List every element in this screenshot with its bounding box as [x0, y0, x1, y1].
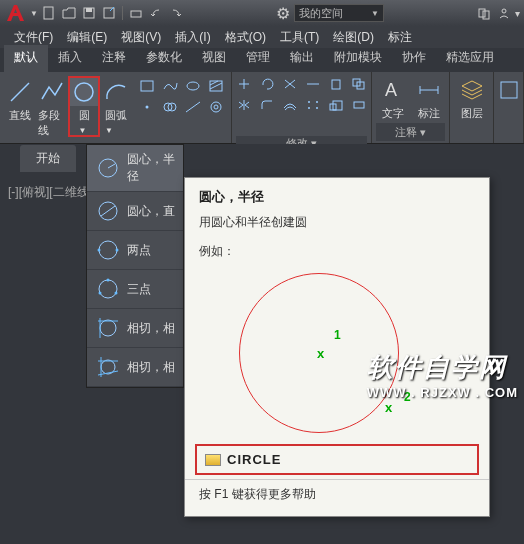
titlebar-right: ▾ [475, 4, 520, 22]
tooltip-example: 例如： [185, 235, 489, 264]
svg-line-18 [186, 102, 200, 112]
svg-rect-10 [141, 81, 153, 91]
plot-icon[interactable] [127, 4, 145, 22]
gear-icon[interactable]: ⚙ [276, 4, 290, 23]
app-logo[interactable] [4, 2, 28, 24]
svg-rect-3 [104, 8, 114, 18]
text-icon: A [379, 76, 407, 104]
layer-button[interactable]: 图层 [456, 74, 488, 123]
ttr-icon [95, 315, 121, 341]
donut-icon[interactable] [205, 97, 227, 117]
viewport-label[interactable]: [-][俯视][二维线 [8, 184, 89, 201]
svg-point-42 [98, 249, 101, 252]
tooltip-diagram: 1 x 2 x [199, 268, 475, 438]
svg-line-8 [11, 83, 29, 101]
svg-point-28 [316, 107, 318, 109]
svg-point-20 [214, 105, 218, 109]
props-button[interactable] [496, 74, 522, 106]
three-point-icon [95, 276, 121, 302]
hatch-icon[interactable] [205, 76, 227, 96]
ellipse-icon[interactable] [182, 76, 204, 96]
tab-addons[interactable]: 附加模块 [324, 45, 392, 72]
tab-insert[interactable]: 插入 [48, 45, 92, 72]
extend-icon[interactable] [302, 74, 324, 94]
copy-icon[interactable] [348, 74, 370, 94]
move-icon[interactable] [233, 74, 255, 94]
svg-line-13 [210, 81, 218, 85]
redo-icon[interactable] [167, 4, 185, 22]
workspace-dropdown[interactable]: 我的空间 ▼ [294, 4, 384, 22]
line-button[interactable]: 直线 [4, 76, 36, 125]
arc-icon [102, 78, 130, 106]
tab-view[interactable]: 视图 [192, 45, 236, 72]
diagram-point-1-x: x [317, 346, 324, 361]
line-icon [6, 78, 34, 106]
svg-point-11 [187, 82, 199, 90]
undo-icon[interactable] [147, 4, 165, 22]
tab-default[interactable]: 默认 [4, 45, 48, 72]
open-icon[interactable] [60, 4, 78, 22]
tab-featured[interactable]: 精选应用 [436, 45, 504, 72]
svg-line-40 [101, 206, 115, 216]
offset-icon[interactable] [279, 95, 301, 115]
two-point-icon [95, 237, 121, 263]
tab-parametric[interactable]: 参数化 [136, 45, 192, 72]
xline-icon[interactable] [182, 97, 204, 117]
svg-rect-31 [354, 102, 364, 108]
dd-3point[interactable]: 三点 [87, 270, 183, 309]
center-diameter-icon [95, 198, 121, 224]
dropdown-icon[interactable]: ▼ [30, 9, 38, 18]
svg-point-15 [146, 106, 149, 109]
dd-center-radius[interactable]: 圆心，半径 [87, 145, 183, 192]
saveas-icon[interactable] [100, 4, 118, 22]
mirror-icon[interactable] [233, 95, 255, 115]
array-icon[interactable] [302, 95, 324, 115]
tab-annotate[interactable]: 注释 [92, 45, 136, 72]
panel-title-annotate[interactable]: 注释 ▾ [395, 125, 426, 140]
tooltip-title: 圆心，半径 [185, 178, 489, 210]
svg-rect-2 [86, 8, 92, 12]
signin-icon[interactable] [495, 4, 513, 22]
rect-icon[interactable] [136, 76, 158, 96]
dd-2point[interactable]: 两点 [87, 231, 183, 270]
tab-manage[interactable]: 管理 [236, 45, 280, 72]
circle-icon [70, 78, 98, 106]
svg-point-44 [99, 280, 117, 298]
arc-button[interactable]: 圆弧▼ [100, 76, 132, 137]
svg-point-45 [107, 279, 110, 282]
ttt-icon [95, 354, 121, 380]
scale-icon[interactable] [325, 95, 347, 115]
dd-ttt[interactable]: 相切，相 [87, 348, 183, 387]
dd-center-diameter[interactable]: 圆心，直 [87, 192, 183, 231]
svg-point-46 [99, 292, 102, 295]
region-icon[interactable] [159, 97, 181, 117]
point-icon[interactable] [136, 97, 158, 117]
file-tab-start[interactable]: 开始 [20, 145, 76, 172]
dim-icon [415, 76, 443, 104]
titlebar-center: ⚙ 我的空间 ▼ [187, 4, 473, 23]
erase-icon[interactable] [325, 74, 347, 94]
rotate-icon[interactable] [256, 74, 278, 94]
layer-icon [458, 76, 486, 104]
dd-ttr[interactable]: 相切，相 [87, 309, 183, 348]
svg-rect-36 [501, 82, 517, 98]
tooltip-desc: 用圆心和半径创建圆 [185, 210, 489, 235]
fillet-icon[interactable] [256, 95, 278, 115]
circle-button[interactable]: 圆▼ [68, 76, 100, 137]
svg-rect-0 [44, 7, 53, 19]
share-icon[interactable] [475, 4, 493, 22]
dim-button[interactable]: 标注 [413, 74, 445, 123]
tab-collaborate[interactable]: 协作 [392, 45, 436, 72]
command-text: CIRCLE [227, 452, 281, 467]
new-icon[interactable] [40, 4, 58, 22]
tab-output[interactable]: 输出 [280, 45, 324, 72]
file-tab-bar: 开始 [0, 144, 524, 172]
polyline-button[interactable]: 多段线 [36, 76, 68, 140]
tooltip-command-box: CIRCLE [195, 444, 479, 475]
command-icon [205, 454, 221, 466]
save-icon[interactable] [80, 4, 98, 22]
stretch-icon[interactable] [348, 95, 370, 115]
spline-icon[interactable] [159, 76, 181, 96]
trim-icon[interactable] [279, 74, 301, 94]
text-button[interactable]: A 文字 [377, 74, 409, 123]
